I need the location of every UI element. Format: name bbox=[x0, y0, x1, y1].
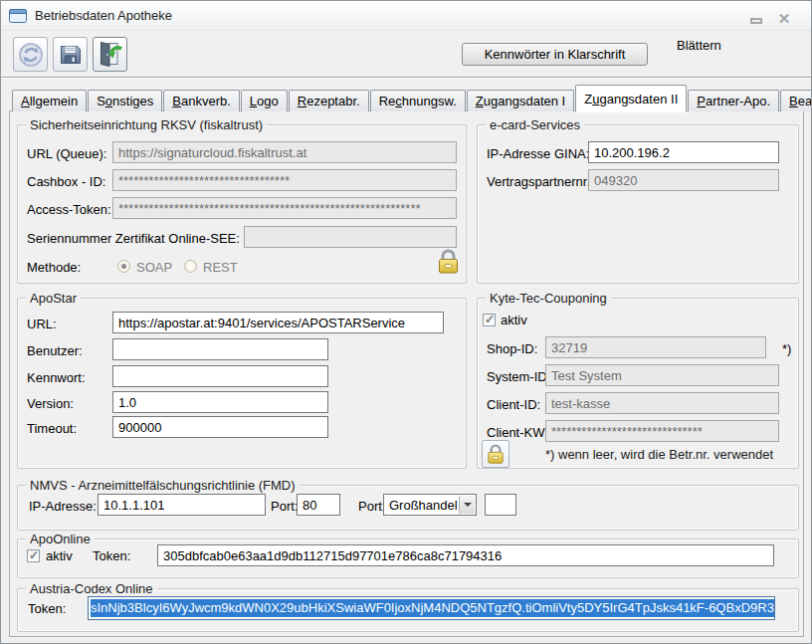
rksv-url-label: URL (Queue): bbox=[27, 146, 106, 161]
rksv-serial-field bbox=[244, 226, 457, 248]
refresh-button bbox=[13, 37, 48, 72]
ecard-gina-field[interactable]: 10.200.196.2 bbox=[588, 141, 779, 163]
tab-logo[interactable]: Logo bbox=[241, 90, 288, 111]
close-icon: ✕ bbox=[778, 11, 791, 26]
show-passwords-button[interactable]: Kennwörter in Klarschrift bbox=[462, 43, 648, 66]
apostar-url-field[interactable]: https://apostar.at:9401/services/APOSTAR… bbox=[112, 312, 444, 333]
ecard-partner-field: 049320 bbox=[588, 169, 779, 191]
rksv-access-token-label: Access-Token: bbox=[27, 202, 111, 217]
window-title: Betriebsdaten Apotheke bbox=[35, 8, 172, 23]
kytetec-clientkw-field: ****************************** bbox=[545, 420, 779, 442]
app-icon bbox=[9, 9, 27, 23]
nmvs-port-label: Port: bbox=[271, 499, 298, 514]
minimize-button[interactable] bbox=[745, 9, 767, 27]
exit-button[interactable] bbox=[93, 37, 127, 72]
group-austriacodex-title: Austria-Codex Online bbox=[26, 581, 157, 596]
rksv-serial-label: Seriennummer Zertifikat Online-SEE: bbox=[27, 231, 240, 246]
tab-rezeptabr[interactable]: Rezeptabr. bbox=[289, 90, 369, 111]
exit-door-icon bbox=[97, 41, 123, 68]
apostar-password-field[interactable] bbox=[112, 365, 328, 387]
rest-radio bbox=[184, 260, 197, 273]
nmvs-port-field[interactable]: 80 bbox=[297, 494, 340, 516]
tab-bar: Allgemein Sonstiges Bankverb. Logo Rezep… bbox=[12, 88, 812, 111]
selected-token-text: sInNjb3BlcyI6WyJwcm9kdWN0X29ubHkiXSwiaWF… bbox=[91, 599, 775, 617]
titlebar: Betriebsdaten Apotheke bbox=[1, 1, 811, 31]
nmvs-port2-label: Port: bbox=[358, 499, 385, 514]
tab-sonstiges[interactable]: Sonstiges bbox=[88, 90, 162, 111]
rest-radio-label: REST bbox=[203, 260, 238, 275]
refresh-icon bbox=[18, 42, 44, 68]
rksv-access-token-field: ****************************************… bbox=[112, 197, 457, 219]
close-button[interactable]: ✕ bbox=[773, 9, 795, 27]
group-apostar-title: ApoStar bbox=[26, 291, 81, 306]
apoonline-token-field[interactable]: 305dbfcab0e63aa1d9db112715d97701e786ca8c… bbox=[157, 544, 774, 566]
tab-zugangsdaten-ii[interactable]: Zugangsdaten II bbox=[575, 85, 687, 111]
apostar-password-label: Kennwort: bbox=[27, 370, 86, 385]
group-apoonline-title: ApoOnline bbox=[26, 532, 95, 546]
rksv-cashbox-label: Cashbox - ID: bbox=[27, 174, 105, 189]
kytetec-shop-note: *) bbox=[782, 341, 791, 356]
kytetec-shop-label: Shop-ID: bbox=[487, 341, 537, 356]
apostar-timeout-label: Timeout: bbox=[27, 421, 77, 436]
kytetec-aktiv-label: aktiv bbox=[501, 313, 527, 327]
group-ecard-title: e-card-Services bbox=[486, 117, 584, 132]
soap-radio bbox=[117, 260, 130, 273]
blaettern-label: Blättern bbox=[677, 38, 721, 53]
nmvs-port2-combobox[interactable]: Großhandel bbox=[383, 494, 477, 516]
austriacodex-token-field[interactable]: sInNjb3BlcyI6WyJwcm9kdWN0X29ubHkiXSwiaWF… bbox=[88, 596, 775, 620]
rksv-cashbox-field: ********************************** bbox=[112, 169, 457, 191]
kytetec-shop-field: 32719 bbox=[545, 336, 766, 358]
tab-partner-apo[interactable]: Partner-Apo. bbox=[688, 90, 779, 111]
tab-bearb[interactable]: Bearb. bbox=[780, 90, 812, 111]
save-button[interactable] bbox=[53, 37, 88, 72]
apostar-url-label: URL: bbox=[27, 317, 57, 331]
kytetec-system-field: Test System bbox=[545, 364, 779, 386]
apostar-user-label: Benutzer: bbox=[27, 343, 83, 358]
tab-zugangsdaten-i[interactable]: Zugangsdaten I bbox=[467, 90, 574, 111]
chevron-down-icon[interactable] bbox=[459, 496, 475, 514]
nmvs-port2-extra-field[interactable] bbox=[485, 494, 516, 516]
group-nmvs-title: NMVS - Arzneimittelfälschungsrichtlinie … bbox=[26, 478, 300, 493]
ecard-partner-label: Vertragspartnernr.: bbox=[487, 174, 594, 189]
tab-rechnungsw[interactable]: Rechnungsw. bbox=[370, 90, 466, 111]
group-kytetec-title: Kyte-Tec-Couponing bbox=[486, 291, 611, 306]
tab-bankverb[interactable]: Bankverb. bbox=[163, 90, 240, 111]
nmvs-ip-label: IP-Adresse: bbox=[29, 499, 97, 514]
austriacodex-token-label: Token: bbox=[28, 601, 66, 616]
apoonline-aktiv-checkbox[interactable] bbox=[27, 549, 40, 562]
apostar-user-field[interactable] bbox=[112, 338, 328, 360]
toolbar-separator bbox=[1, 77, 811, 79]
window: Betriebsdaten Apotheke ✕ bbox=[0, 0, 812, 644]
kytetec-clientkw-label: Client-KW: bbox=[487, 425, 548, 440]
apostar-version-label: Version: bbox=[27, 396, 74, 411]
rksv-method-label: Methode: bbox=[27, 260, 81, 275]
nmvs-ip-field[interactable]: 10.1.1.101 bbox=[98, 494, 266, 516]
kytetec-system-label: System-ID: bbox=[487, 369, 550, 384]
kytetec-lock-icon[interactable] bbox=[482, 440, 509, 468]
tab-allgemein[interactable]: Allgemein bbox=[12, 90, 87, 111]
ecard-gina-label: IP-Adresse GINA: bbox=[487, 146, 589, 161]
kytetec-aktiv-checkbox[interactable] bbox=[483, 314, 496, 326]
soap-radio-label: SOAP bbox=[136, 260, 172, 275]
rksv-lock-icon[interactable] bbox=[436, 247, 461, 276]
apostar-timeout-field[interactable]: 900000 bbox=[112, 416, 328, 438]
rksv-url-field: https://signaturcloud.fiskaltrust.at bbox=[112, 141, 457, 163]
apoonline-token-label: Token: bbox=[93, 548, 130, 563]
apostar-version-field[interactable]: 1.0 bbox=[112, 391, 328, 413]
apoonline-aktiv-label: aktiv bbox=[46, 548, 73, 563]
kytetec-client-field: test-kasse bbox=[545, 392, 779, 414]
save-icon bbox=[59, 43, 83, 67]
kytetec-client-label: Client-ID: bbox=[487, 397, 540, 412]
group-rksv-title: Sicherheitseinrichtung RKSV (fiskaltrust… bbox=[26, 117, 267, 132]
minimize-icon bbox=[750, 18, 762, 24]
kytetec-note-label: *) wenn leer, wird die Betr.nr. verwende… bbox=[545, 447, 773, 462]
